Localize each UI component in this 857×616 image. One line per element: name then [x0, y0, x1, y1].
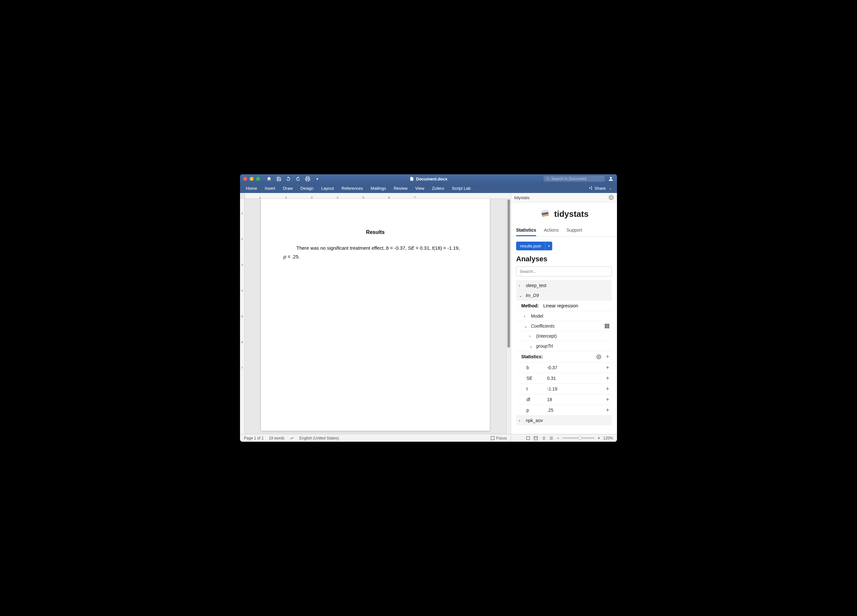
spellcheck-icon[interactable] — [290, 436, 294, 440]
svg-rect-0 — [306, 179, 309, 181]
add-all-stats-button[interactable]: + — [606, 354, 609, 359]
ribbon-collapse-icon[interactable]: ⌄ — [609, 186, 612, 190]
view-outline-icon[interactable] — [541, 436, 546, 440]
stat-value: .25 — [547, 407, 606, 413]
add-stat-button[interactable]: + — [606, 396, 609, 402]
gear-icon[interactable] — [596, 354, 601, 359]
titlebar: ▾ Document.docx Search in Document — [240, 174, 617, 183]
zoom-slider[interactable] — [562, 438, 594, 438]
stat-row-b: b -0.37 + — [516, 362, 612, 373]
analysis-lm-d9[interactable]: ⌄ lm_D9 — [516, 290, 612, 300]
zoom-in-button[interactable]: + — [598, 436, 600, 440]
document-title-text: Document.docx — [416, 176, 447, 181]
zoom-level[interactable]: 120% — [603, 436, 613, 440]
panel-close-button[interactable]: ✕ — [609, 195, 614, 200]
ribbon-tabs: Home Insert Draw Design Layout Reference… — [240, 183, 617, 193]
stat-name: t — [526, 386, 547, 392]
analysis-sleep-test[interactable]: › sleep_test — [516, 280, 612, 290]
addin-panel: tidystats ✕ tidystats Statistics Actions… — [510, 193, 617, 442]
account-icon[interactable] — [608, 176, 614, 182]
statistics-header: Statistics: + — [516, 351, 612, 362]
maximize-window-button[interactable] — [256, 177, 260, 181]
file-button-group: results.json ▾ — [516, 241, 552, 250]
tab-draw[interactable]: Draw — [279, 184, 296, 193]
view-web-icon[interactable] — [534, 436, 538, 440]
panel-title: tidystats — [514, 195, 530, 200]
method-label: Method: — [521, 303, 539, 308]
search-document-input[interactable]: Search in Document — [543, 176, 605, 182]
panel-tab-statistics[interactable]: Statistics — [516, 224, 536, 236]
main-area: 1234567 Results There was no significant… — [240, 193, 617, 442]
view-print-icon[interactable] — [526, 436, 530, 440]
add-stat-button[interactable]: + — [606, 365, 609, 370]
share-icon — [589, 186, 593, 190]
stat-name: b — [526, 365, 547, 370]
zoom-thumb[interactable] — [578, 436, 582, 440]
word-count[interactable]: 19 words — [269, 436, 285, 440]
body-paragraph-2: p = .25. — [283, 252, 467, 261]
panel-tab-support[interactable]: Support — [566, 224, 582, 236]
tab-home[interactable]: Home — [242, 184, 261, 193]
svg-rect-8 — [527, 436, 530, 440]
add-stat-button[interactable]: + — [606, 386, 609, 392]
scroll-thumb[interactable] — [507, 200, 510, 348]
undo-icon[interactable] — [286, 176, 291, 181]
stat-row-p: p .25 + — [516, 405, 612, 415]
tab-view[interactable]: View — [411, 184, 428, 193]
minimize-window-button[interactable] — [250, 177, 254, 181]
window-controls — [243, 177, 260, 181]
zoom-out-button[interactable]: − — [557, 436, 559, 440]
tab-mailings[interactable]: Mailings — [367, 184, 390, 193]
language-indicator[interactable]: English (United States) — [299, 436, 339, 440]
file-dropdown-button[interactable]: ▾ — [545, 241, 552, 250]
search-icon — [546, 177, 550, 181]
tab-insert[interactable]: Insert — [261, 184, 279, 193]
vertical-ruler[interactable]: 1234567 — [240, 199, 244, 434]
focus-mode-button[interactable]: Focus — [490, 436, 507, 440]
node-model[interactable]: › Model — [516, 311, 612, 321]
analyses-heading: Analyses — [516, 255, 612, 263]
tab-script-lab[interactable]: Script Lab — [448, 184, 475, 193]
page-indicator[interactable]: Page 1 of 1 — [244, 436, 263, 440]
document-page[interactable]: Results There was no significant treatme… — [261, 199, 490, 431]
tab-references[interactable]: References — [338, 184, 367, 193]
tab-review[interactable]: Review — [390, 184, 411, 193]
tab-layout[interactable]: Layout — [317, 184, 338, 193]
panel-tab-actions[interactable]: Actions — [544, 224, 558, 236]
svg-line-2 — [549, 180, 549, 180]
tab-zotero[interactable]: Zotero — [428, 184, 448, 193]
analysis-npk-aov[interactable]: › npk_aov — [516, 415, 612, 425]
stat-value: -0.37 — [547, 365, 606, 370]
analyses-search-input[interactable] — [516, 266, 612, 276]
document-icon — [410, 176, 414, 181]
node-grouptrt[interactable]: ⌄ groupTrt — [516, 341, 612, 351]
stat-value: -1.19 — [547, 386, 606, 392]
add-stat-button[interactable]: + — [606, 407, 609, 413]
stat-value: 18 — [547, 397, 606, 402]
chevron-right-icon: › — [529, 333, 534, 339]
file-button[interactable]: results.json — [516, 241, 545, 250]
redo-icon[interactable] — [295, 176, 301, 181]
chevron-right-icon: › — [519, 418, 523, 423]
tab-design[interactable]: Design — [297, 184, 317, 193]
page-wrap: Results There was no significant treatme… — [244, 199, 506, 434]
panel-tabs: Statistics Actions Support — [511, 224, 617, 237]
save-icon[interactable] — [276, 176, 281, 181]
node-coefficients[interactable]: ⌄ Coefficients — [516, 321, 612, 331]
horizontal-ruler[interactable] — [240, 193, 510, 199]
home-icon[interactable] — [266, 176, 272, 181]
share-button[interactable]: Share — [589, 186, 606, 191]
print-icon[interactable] — [305, 176, 310, 181]
titlebar-right: Search in Document — [543, 176, 614, 182]
svg-rect-9 — [534, 436, 538, 440]
grid-icon[interactable] — [605, 324, 609, 328]
statistics-label: Statistics: — [521, 354, 543, 359]
document-area: 1234567 Results There was no significant… — [240, 193, 510, 442]
view-draft-icon[interactable] — [549, 436, 554, 440]
add-stat-button[interactable]: + — [606, 375, 609, 381]
focus-icon — [490, 436, 495, 440]
customize-qat-icon[interactable]: ▾ — [315, 176, 320, 181]
vertical-scrollbar[interactable] — [506, 199, 510, 434]
node-intercept[interactable]: › (Intercept) — [516, 331, 612, 341]
close-window-button[interactable] — [243, 177, 247, 181]
